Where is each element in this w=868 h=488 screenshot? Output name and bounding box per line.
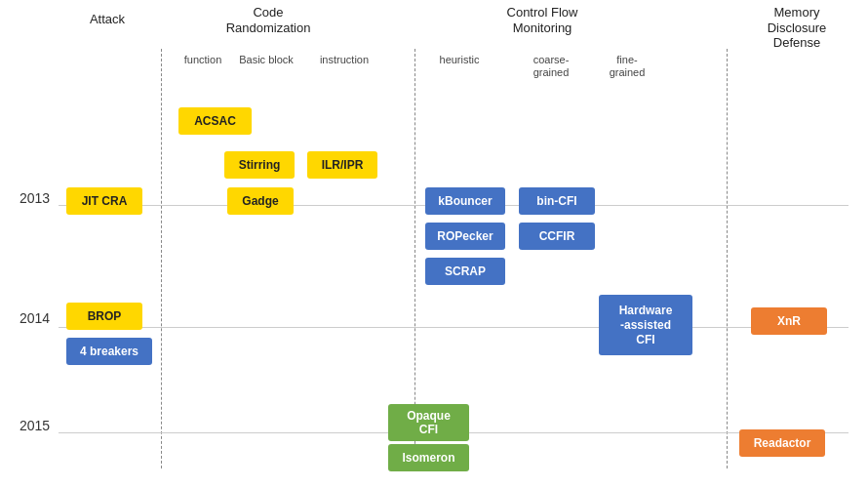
sublabel-instruction: instruction (310, 54, 378, 66)
dashed-line-3 (727, 49, 728, 468)
box-ropecker: ROPecker (425, 223, 505, 250)
year-2014: 2014 (20, 310, 50, 326)
year-line-2014 (59, 327, 848, 328)
sublabel-function: function (174, 54, 232, 66)
box-4breakers: 4 breakers (66, 338, 152, 365)
header-cfm: Control FlowMonitoring (464, 5, 620, 35)
sublabel-heuristic: heuristic (425, 54, 493, 66)
dashed-line-1 (161, 49, 162, 468)
year-2013: 2013 (20, 190, 50, 206)
chart-container: Attack CodeRandomization function Basic … (0, 0, 868, 488)
box-ccfir: CCFIR (519, 223, 595, 250)
year-2015: 2015 (20, 418, 50, 433)
box-opaque-cfi: OpaqueCFI (388, 404, 469, 441)
box-acsac: ACSAC (178, 107, 252, 135)
box-bin-cfi: bin-CFI (519, 187, 595, 215)
box-ilr-ipr: ILR/IPR (307, 151, 377, 179)
header-mdd: MemoryDisclosureDefense (743, 5, 850, 51)
box-xnr: XnR (751, 307, 827, 335)
sublabel-basicblock: Basic block (232, 54, 300, 66)
box-readactor: Readactor (739, 429, 825, 457)
sublabel-coarse: coarse-grained (517, 54, 585, 79)
box-stirring: Stirring (224, 151, 295, 179)
header-code-rand: CodeRandomization (190, 5, 346, 35)
box-gadge: Gadge (227, 187, 294, 215)
header-attack: Attack (73, 12, 141, 27)
box-jit-cra: JIT CRA (66, 187, 142, 215)
box-kbouncer: kBouncer (425, 187, 505, 215)
box-brop: BROP (66, 303, 142, 330)
sublabel-fine: fine-grained (598, 54, 656, 79)
box-hw-cfi: Hardware-assistedCFI (599, 295, 692, 355)
box-isomeron: Isomeron (388, 444, 469, 471)
box-scrap: SCRAP (425, 258, 505, 285)
